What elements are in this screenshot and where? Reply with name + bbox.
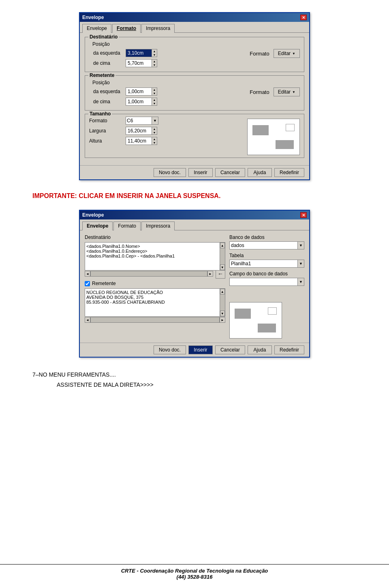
tamanho-fields: Formato ▼ Largura	[89, 117, 243, 155]
dialog2-rem-scrollbar[interactable]: ▲ ▼	[220, 288, 225, 317]
dialog2-body: Destinatário <dados.Planilha1.0.Nome> <d…	[80, 230, 309, 343]
env2-recipient-rect	[258, 324, 276, 332]
env-recipient-rect	[276, 140, 294, 149]
tab-formato-2[interactable]: Formato	[113, 222, 141, 230]
dialog1-cancelar-button[interactable]: Cancelar	[215, 168, 245, 177]
dest-editar-button[interactable]: Editar ▼	[274, 49, 300, 58]
dialog1-ajuda-button[interactable]: Ajuda	[248, 168, 272, 177]
banco-dados-label: Banco de dados	[229, 234, 304, 240]
banco-dados-arrow[interactable]: ▼	[298, 241, 304, 249]
hscroll-left-rem[interactable]: ◄	[85, 317, 90, 323]
dialog2-preview-wrapper	[229, 302, 304, 339]
rem-cima-spinner[interactable]: ▲ ▼	[152, 98, 157, 106]
tamanho-altura-spinner[interactable]: ▲ ▼	[152, 137, 157, 145]
dest-cima-down[interactable]: ▼	[152, 63, 157, 67]
hscroll-right-dest[interactable]: ►	[207, 271, 213, 277]
dest-cima-row: de cima ▲ ▼	[89, 59, 237, 67]
tab-impressora-2[interactable]: Impressora	[141, 222, 175, 230]
dest-format-section: Formato Editar ▼	[250, 49, 300, 58]
tamanho-altura-up[interactable]: ▲	[152, 137, 157, 141]
destinatario-section: Destinatário Posição da esquerda	[85, 37, 304, 72]
rem-esquerda-down[interactable]: ▼	[152, 92, 157, 95]
hscroll-left-dest[interactable]: ◄	[85, 271, 90, 277]
tabela-input[interactable]	[229, 260, 298, 268]
dialog2-container: Envelope ✕ Envelope Formato Impressora D…	[24, 210, 365, 358]
tab-formato-1[interactable]: Formato	[112, 24, 141, 33]
tamanho-largura-down[interactable]: ▼	[152, 131, 157, 134]
dialog1-novo-doc-button[interactable]: Novo doc.	[154, 168, 186, 177]
scrollbar-track-rem	[220, 294, 225, 311]
dest-pos-fields: da esquerda ▲ ▼	[89, 49, 237, 69]
dialog2-window: Envelope ✕ Envelope Formato Impressora D…	[79, 210, 310, 358]
dest-esquerda-input-group: ▲ ▼	[126, 49, 157, 57]
scrollbar-bottom-dest[interactable]: ▼	[220, 264, 225, 270]
dialog2-inserir-button[interactable]: Inserir	[188, 345, 213, 354]
tamanho-largura-row: Largura ▲ ▼	[89, 127, 243, 135]
banco-dados-select-group: ▼	[229, 241, 304, 249]
dialog1-tabs: Envelope Formato Impressora	[80, 22, 309, 33]
dialog2-close-button[interactable]: ✕	[300, 212, 307, 218]
note-line2: ASSISTENTE DE MALA DIRETA>>>>	[32, 380, 365, 390]
tamanho-altura-input[interactable]	[126, 137, 152, 145]
dialog2-rem-checkbox[interactable]	[85, 281, 90, 286]
rem-esquerda-spinner[interactable]: ▲ ▼	[152, 87, 157, 96]
hscroll-right-rem[interactable]: ►	[220, 317, 225, 323]
dialog2-cancelar-button[interactable]: Cancelar	[215, 345, 245, 354]
campo-db-input[interactable]	[229, 278, 298, 286]
dest-esquerda-down[interactable]: ▼	[152, 53, 157, 57]
dest-esquerda-input[interactable]	[126, 49, 152, 57]
rem-cima-input[interactable]	[126, 98, 152, 106]
dest-cima-up[interactable]: ▲	[152, 60, 157, 63]
dialog1-inserir-button[interactable]: Inserir	[188, 168, 213, 177]
tab-impressora-1[interactable]: Impressora	[141, 24, 175, 33]
tabela-label: Tabela	[229, 253, 304, 258]
tab-envelope-2[interactable]: Envelope	[82, 222, 113, 230]
tamanho-formato-arrow[interactable]: ▼	[152, 117, 158, 125]
tamanho-largura-input[interactable]	[126, 127, 152, 135]
dialog1-close-button[interactable]: ✕	[300, 15, 307, 20]
tabela-arrow[interactable]: ▼	[298, 260, 304, 268]
dialog2-rem-textarea-container: NÚCLEO REGIONAL DE EDUCAÇÃO AVENIDA DO B…	[85, 288, 225, 317]
tamanho-largura-up[interactable]: ▲	[152, 127, 157, 131]
banco-dados-input[interactable]	[229, 241, 298, 249]
dialog2-redefinir-button[interactable]: Redefinir	[274, 345, 304, 354]
tamanho-body: Formato ▼ Largura	[89, 117, 300, 155]
dialog2-dest-scrollbar[interactable]: ▲ ▼	[220, 242, 225, 271]
scrollbar-top-dest[interactable]: ▲	[220, 243, 225, 248]
footer-line2: (44) 3528-8316	[0, 574, 389, 580]
tamanho-section: Tamanho Formato ▼ Largura	[85, 114, 304, 158]
tab-envelope-1[interactable]: Envelope	[82, 24, 111, 33]
tamanho-altura-down[interactable]: ▼	[152, 141, 157, 145]
dialog2-rem-checkbox-label[interactable]: Remetente	[85, 281, 225, 286]
env-stamp-rect	[286, 124, 295, 131]
dialog2-novo-doc-button[interactable]: Novo doc.	[154, 345, 186, 354]
dialog1-redefinir-button[interactable]: Redefinir	[274, 168, 304, 177]
tamanho-largura-spinner[interactable]: ▲ ▼	[152, 127, 157, 135]
tamanho-formato-select[interactable]	[126, 117, 152, 125]
dest-cima-input[interactable]	[126, 59, 152, 67]
rem-cima-up[interactable]: ▲	[152, 98, 157, 102]
remetente-legend: Remetente	[88, 72, 115, 78]
campo-db-arrow[interactable]: ▼	[298, 278, 304, 286]
posicao-label-rem: Posição	[89, 80, 300, 85]
envelope-preview-2	[229, 302, 282, 339]
dest-esquerda-spinner[interactable]: ▲ ▼	[152, 49, 157, 57]
rem-esquerda-input[interactable]	[126, 87, 152, 96]
dialog1-footer: Novo doc. Inserir Cancelar Ajuda Redefin…	[80, 165, 309, 179]
dialog2-dest-textarea[interactable]: <dados.Planilha1.0.Nome> <dados.Planilha…	[85, 242, 220, 271]
dest-cima-spinner[interactable]: ▲ ▼	[152, 59, 157, 67]
rem-format-section: Formato Editar ▼	[250, 87, 300, 96]
dialog2-dest-hscroll: ◄ ► ←	[85, 271, 225, 277]
scrollbar-bottom-rem[interactable]: ▼	[220, 311, 225, 316]
scrollbar-top-rem[interactable]: ▲	[220, 289, 225, 294]
rem-cima-down[interactable]: ▼	[152, 102, 157, 105]
dialog2-ajuda-button[interactable]: Ajuda	[248, 345, 272, 354]
dialog2-rem-textarea[interactable]: NÚCLEO REGIONAL DE EDUCAÇÃO AVENIDA DO B…	[85, 288, 220, 317]
dest-esquerda-up[interactable]: ▲	[152, 49, 157, 53]
rem-editar-button[interactable]: Editar ▼	[274, 87, 300, 96]
rem-esquerda-up[interactable]: ▲	[152, 88, 157, 92]
scrollbar-track-dest	[220, 248, 225, 264]
rem-esquerda-label: da esquerda	[89, 89, 126, 94]
tamanho-formato-select-group: ▼	[126, 117, 158, 125]
campo-db-label: Campo do banco de dados	[229, 271, 304, 277]
